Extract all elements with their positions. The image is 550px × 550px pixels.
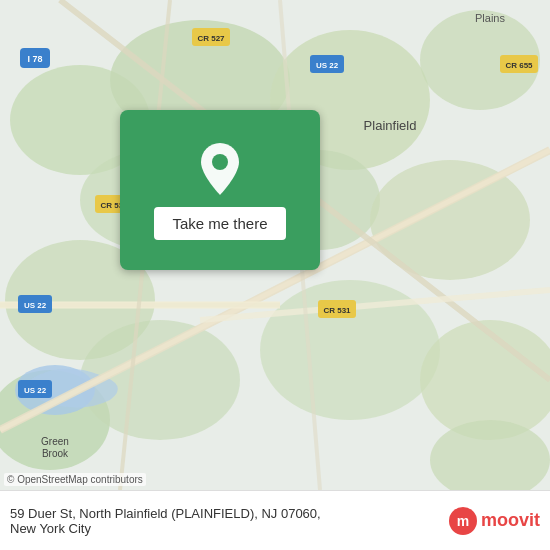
footer-address: 59 Duer St, North Plainfield (PLAINFIELD… [10,506,443,536]
svg-text:CR 527: CR 527 [197,34,225,43]
svg-text:US 22: US 22 [24,301,47,310]
svg-text:I 78: I 78 [27,54,42,64]
svg-text:Plains: Plains [475,12,505,24]
address-line1: 59 Duer St, North Plainfield (PLAINFIELD… [10,506,321,521]
location-card: Take me there [120,110,320,270]
map-pin-icon [196,141,244,197]
moovit-logo: m moovit [449,507,540,535]
osm-attribution: © OpenStreetMap contributors [4,473,146,486]
moovit-brand: moovit [481,510,540,531]
svg-text:CR 655: CR 655 [505,61,533,70]
map-container: I 78 CR 527 US 22 CR 655 CR 531 US 22 CR… [0,0,550,490]
svg-text:Green: Green [41,436,69,447]
svg-text:US 22: US 22 [24,386,47,395]
svg-text:Plainfield: Plainfield [364,118,417,133]
moovit-icon: m [449,507,477,535]
take-me-there-button[interactable]: Take me there [154,207,285,240]
svg-text:US 22: US 22 [316,61,339,70]
svg-text:CR 531: CR 531 [323,306,351,315]
svg-text:Brook: Brook [42,448,69,459]
address-city: New York City [10,521,91,536]
svg-point-43 [212,154,228,170]
footer: 59 Duer St, North Plainfield (PLAINFIELD… [0,490,550,550]
